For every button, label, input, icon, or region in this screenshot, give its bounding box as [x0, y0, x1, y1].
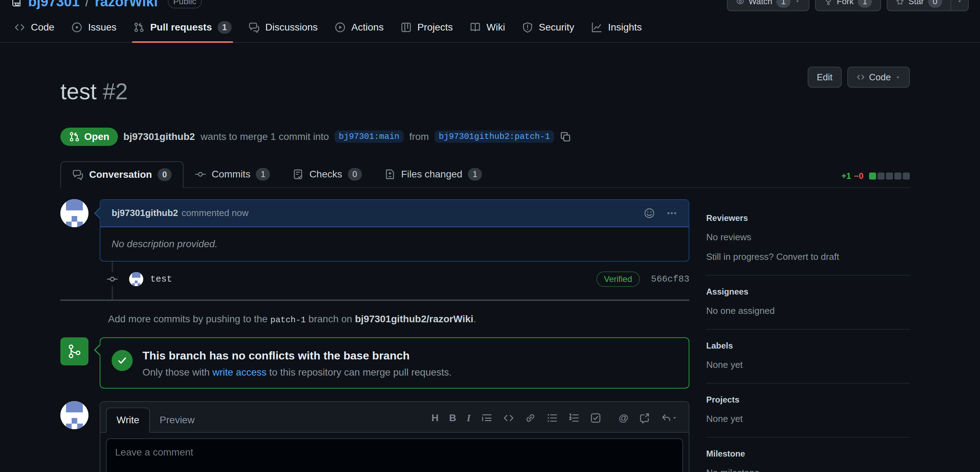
- nav-tab-projects[interactable]: Projects: [393, 16, 460, 42]
- fork-icon: [824, 0, 832, 6]
- nav-tab-wiki[interactable]: Wiki: [463, 16, 512, 42]
- nav-tab-security[interactable]: Security: [515, 16, 581, 42]
- repo-title: bj97301 / razorWiki Public: [11, 0, 202, 10]
- mention-icon[interactable]: @: [619, 412, 628, 424]
- avatar[interactable]: [129, 272, 143, 286]
- unordered-list-icon[interactable]: [547, 412, 558, 424]
- watch-button[interactable]: Watch 1: [727, 0, 810, 11]
- editor-header: Write Preview H B I: [100, 402, 689, 433]
- saved-replies-icon[interactable]: [660, 412, 678, 424]
- sidebar-heading-labels[interactable]: Labels: [706, 341, 910, 351]
- bold-icon[interactable]: B: [449, 412, 456, 424]
- convert-to-draft-line[interactable]: Still in progress? Convert to draft: [706, 250, 910, 264]
- copy-icon[interactable]: [560, 131, 571, 143]
- star-caret-segment[interactable]: [950, 0, 968, 11]
- nav-tab-insights[interactable]: Insights: [584, 16, 649, 42]
- italic-icon[interactable]: I: [467, 412, 471, 424]
- kebab-icon[interactable]: [666, 207, 678, 219]
- sidebar-value: No one assigned: [706, 304, 910, 318]
- sidebar-heading-projects[interactable]: Projects: [706, 395, 910, 405]
- repo-owner-link[interactable]: bj97301: [28, 0, 80, 10]
- commit-timeline: test Verified 566cf83: [60, 271, 689, 299]
- link-icon[interactable]: [525, 412, 536, 424]
- sidebar-heading-reviewers[interactable]: Reviewers: [706, 213, 910, 223]
- tab-checks[interactable]: Checks 0: [281, 161, 373, 187]
- sidebar-section-reviewers: Reviewers No reviews Still in progress? …: [706, 213, 910, 276]
- base-branch-label[interactable]: bj97301:main: [334, 130, 404, 143]
- heading-icon[interactable]: H: [431, 412, 438, 424]
- watch-label: Watch: [749, 0, 772, 6]
- comment-header: bj97301github2 commented now: [100, 200, 689, 227]
- sidebar-section-projects: Projects None yet: [706, 383, 910, 438]
- pr-author-link[interactable]: bj97301github2: [124, 131, 195, 143]
- comment-discussion-icon: [72, 169, 84, 180]
- tab-commits[interactable]: Commits 1: [184, 161, 281, 187]
- repo-name-link[interactable]: razorWiki: [95, 0, 158, 10]
- cross-reference-icon[interactable]: [639, 412, 650, 424]
- code-icon[interactable]: [503, 412, 514, 424]
- diffstat-additions: +1: [842, 171, 851, 181]
- comment-editor: Write Preview H B I: [60, 401, 689, 472]
- star-icon: [896, 0, 904, 6]
- sidebar-heading-assignees[interactable]: Assignees: [706, 287, 910, 297]
- head-branch-label[interactable]: bj97301github2:patch-1: [434, 130, 554, 143]
- nav-tab-actions[interactable]: Actions: [328, 16, 391, 42]
- commits-count: 1: [256, 168, 270, 181]
- merge-status-subtitle: Only those with write access to this rep…: [143, 367, 452, 378]
- discussions-icon: [248, 22, 260, 33]
- nav-tab-code[interactable]: Code: [7, 16, 61, 42]
- write-access-link[interactable]: write access: [212, 367, 266, 378]
- watch-count: 1: [776, 0, 791, 8]
- tab-files-changed[interactable]: Files changed 1: [373, 161, 493, 187]
- pr-title: test #2: [60, 78, 128, 106]
- pr-state-label: Open: [84, 131, 110, 143]
- commit-meta: Verified 566cf83: [597, 271, 689, 287]
- comment-editor-box: Write Preview H B I: [100, 401, 689, 472]
- repo-actions: Watch 1 Fork 1 Star 0: [727, 0, 969, 11]
- tab-preview[interactable]: Preview: [150, 408, 205, 432]
- comment-box: bj97301github2 commented now No descript…: [100, 199, 689, 261]
- tasklist-icon[interactable]: [590, 412, 601, 424]
- ordered-list-icon[interactable]: [568, 412, 579, 424]
- commit-message-link[interactable]: test: [150, 274, 172, 284]
- smiley-icon[interactable]: [644, 207, 655, 219]
- push-hint-text: .: [474, 314, 476, 325]
- pr-description-comment: bj97301github2 commented now No descript…: [60, 199, 689, 261]
- caret-down-icon: [957, 0, 963, 6]
- push-hint-text: branch on: [309, 314, 352, 325]
- tab-write[interactable]: Write: [106, 407, 150, 433]
- quote-icon[interactable]: [481, 412, 492, 424]
- comment-author-link[interactable]: bj97301github2: [111, 207, 178, 219]
- timeline-end-divider: [60, 299, 689, 301]
- sidebar-heading-milestone[interactable]: Milestone: [706, 449, 910, 459]
- avatar[interactable]: [60, 199, 89, 227]
- diffstat-blocks: [869, 173, 910, 179]
- pr-layout: bj97301github2 commented now No descript…: [60, 199, 910, 472]
- nav-tab-discussions[interactable]: Discussions: [242, 16, 325, 42]
- fork-button[interactable]: Fork 1: [815, 0, 881, 11]
- tab-conversation[interactable]: Conversation 0: [60, 161, 184, 188]
- issue-icon: [71, 22, 83, 33]
- checklist-icon: [293, 169, 304, 180]
- conversation-main: bj97301github2 commented now No descript…: [60, 199, 689, 472]
- nav-tab-pull-requests[interactable]: Pull requests 1: [126, 16, 239, 42]
- pull-request-icon: [134, 22, 145, 33]
- star-button[interactable]: Star 0: [887, 0, 969, 11]
- tab-label: Conversation: [89, 169, 152, 180]
- pull-requests-count: 1: [218, 21, 232, 34]
- pr-container: test #2 Edit Code Open bj97301github2 wa…: [60, 62, 910, 472]
- editor-body: [100, 433, 689, 472]
- nav-tab-issues[interactable]: Issues: [64, 16, 124, 42]
- check-icon: [111, 350, 133, 371]
- edit-button-label: Edit: [817, 72, 832, 83]
- verified-badge[interactable]: Verified: [597, 271, 640, 287]
- code-dropdown-button[interactable]: Code: [847, 67, 910, 88]
- commit-sha-link[interactable]: 566cf83: [651, 274, 689, 284]
- tab-label: Checks: [309, 169, 342, 180]
- wiki-icon: [469, 22, 481, 33]
- comment-input[interactable]: [106, 438, 683, 472]
- merge-status-title: This branch has no conflicts with the ba…: [143, 348, 452, 363]
- pr-number: #2: [103, 79, 128, 104]
- edit-button[interactable]: Edit: [808, 67, 842, 88]
- nav-tab-label: Insights: [608, 22, 642, 33]
